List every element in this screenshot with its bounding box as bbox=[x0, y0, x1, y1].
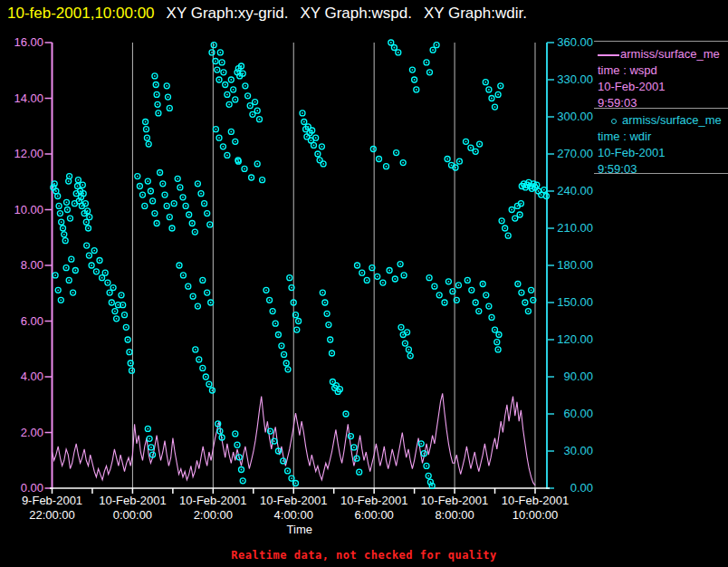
wdir-point-center bbox=[221, 62, 223, 63]
wdir-point-center bbox=[215, 61, 216, 62]
legend-source-wspd: armiss/surface_me bbox=[620, 47, 720, 61]
wdir-point-center bbox=[497, 94, 499, 96]
wdir-point-center bbox=[96, 271, 98, 273]
wdir-point-center bbox=[206, 292, 208, 293]
quality-notice: Realtime data, not checked for quality bbox=[0, 549, 728, 562]
wdir-point-center bbox=[217, 423, 219, 425]
wdir-point-center bbox=[407, 332, 408, 333]
wdir-point-center bbox=[168, 96, 169, 98]
wdir-point-center bbox=[452, 291, 454, 293]
wdir-point-center bbox=[546, 196, 548, 197]
wdir-point-center bbox=[470, 147, 472, 149]
wdir-point-center bbox=[70, 217, 72, 219]
wdir-point-center bbox=[68, 180, 70, 182]
wdir-point-center bbox=[386, 166, 388, 168]
wdir-point-center bbox=[154, 213, 156, 215]
wdir-point-center bbox=[321, 146, 323, 148]
wdir-point-center bbox=[62, 227, 64, 229]
wdir-point-center bbox=[178, 264, 180, 266]
x-axis-time-label: 10:00:00 bbox=[512, 508, 559, 522]
x-axis-time-label: 22:00:00 bbox=[29, 508, 75, 522]
wdir-point-center bbox=[218, 79, 220, 81]
legend-entry-wspd: armiss/surface_me time : wspd 10-Feb-200… bbox=[598, 46, 728, 111]
wdir-point-center bbox=[306, 136, 308, 138]
wdir-point-center bbox=[519, 214, 521, 216]
wdir-point-center bbox=[154, 75, 156, 77]
wdir-point-center bbox=[145, 121, 147, 123]
wdir-point-center bbox=[166, 206, 168, 207]
wdir-point-center bbox=[89, 216, 91, 218]
wdir-point-center bbox=[361, 272, 363, 274]
wdir-point-center bbox=[179, 187, 181, 188]
wdir-point-center bbox=[225, 84, 226, 86]
wdir-point-center bbox=[159, 172, 161, 174]
right-axis-tick-label: 180.00 bbox=[557, 258, 593, 272]
wdir-point-center bbox=[241, 469, 243, 471]
wdir-point-center bbox=[244, 168, 245, 170]
wdir-point-center bbox=[183, 274, 185, 276]
wdir-point-center bbox=[262, 179, 263, 181]
wdir-point-center bbox=[150, 190, 152, 192]
wdir-point-center bbox=[377, 275, 378, 277]
wdir-point-center bbox=[120, 294, 122, 296]
wdir-point-center bbox=[219, 430, 221, 432]
wdir-point-center bbox=[137, 176, 139, 178]
wdir-point-center bbox=[148, 437, 150, 439]
wdir-point-center bbox=[494, 329, 496, 331]
right-axis-tick-label: 90.00 bbox=[563, 370, 593, 383]
wdir-point-center bbox=[107, 282, 109, 284]
wdir-point-center bbox=[252, 113, 254, 115]
wdir-point-center bbox=[434, 285, 436, 287]
wdir-point-center bbox=[497, 349, 499, 351]
wdir-point-center bbox=[171, 227, 173, 229]
wdir-point-center bbox=[142, 194, 144, 196]
wdir-point-center bbox=[139, 186, 141, 187]
wdir-point-center bbox=[177, 178, 178, 179]
wdir-point-center bbox=[236, 444, 238, 446]
wdir-point-center bbox=[166, 85, 168, 87]
wdir-point-center bbox=[238, 456, 240, 458]
wdir-point-center bbox=[75, 193, 77, 195]
wdir-point-center bbox=[242, 72, 244, 74]
wdir-point-center bbox=[205, 376, 206, 378]
wdir-point-center bbox=[216, 129, 217, 130]
wdir-point-center bbox=[430, 481, 432, 483]
wdir-point-center bbox=[256, 163, 258, 165]
left-axis-tick-label: 14.00 bbox=[14, 91, 43, 105]
wdir-point-center bbox=[281, 345, 283, 347]
wdir-point-center bbox=[182, 197, 184, 198]
wdir-point-center bbox=[399, 264, 401, 265]
wdir-point-center bbox=[74, 203, 76, 205]
wdir-point-center bbox=[366, 280, 368, 282]
wdir-point-center bbox=[195, 349, 196, 351]
wdir-point-center bbox=[390, 42, 392, 43]
wdir-point-center bbox=[57, 196, 59, 197]
wdir-point-center bbox=[455, 299, 457, 301]
wdir-point-center bbox=[226, 94, 228, 96]
wdir-point-center bbox=[210, 302, 212, 303]
wdir-point-center bbox=[230, 131, 232, 133]
wdir-point-center bbox=[99, 260, 101, 262]
wdir-point-center bbox=[412, 69, 414, 71]
right-axis-tick-label: 0.00 bbox=[570, 481, 593, 495]
wdir-point-center bbox=[496, 341, 498, 343]
wdir-point-center bbox=[429, 72, 431, 73]
left-axis-tick-label: 0.00 bbox=[21, 481, 43, 495]
x-axis-time-label: 8:00:00 bbox=[435, 508, 474, 522]
wdir-point-center bbox=[291, 287, 292, 289]
legend: armiss/surface_me time : wspd 10-Feb-200… bbox=[594, 0, 728, 190]
right-axis-tick-label: 240.00 bbox=[557, 184, 593, 197]
wdir-point-center bbox=[242, 480, 244, 482]
wdir-point-center bbox=[350, 436, 352, 437]
wdir-point-center bbox=[465, 140, 467, 142]
left-axis-tick-label: 6.00 bbox=[21, 314, 43, 328]
wdir-point-center bbox=[403, 274, 405, 276]
wdir-point-center bbox=[91, 264, 92, 266]
right-axis-tick-label: 30.00 bbox=[563, 444, 593, 457]
wdir-point-center bbox=[226, 155, 228, 157]
wdir-point-center bbox=[458, 284, 460, 286]
wdir-point-center bbox=[356, 457, 358, 459]
wdir-point-center bbox=[498, 334, 500, 336]
legend-row-date: 10-Feb-2001 bbox=[598, 79, 728, 95]
wdir-point-center bbox=[436, 44, 437, 46]
